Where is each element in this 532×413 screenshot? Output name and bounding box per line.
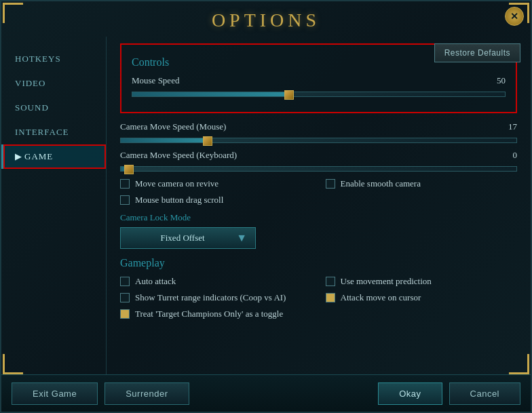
sidebar-label-video: VIDEO — [15, 78, 45, 88]
corner-decoration-bl — [3, 354, 23, 374]
enable-smooth-camera-item[interactable]: Enable smooth camera — [326, 178, 518, 189]
camera-keyboard-label: Camera Move Speed (Keyboard) — [120, 150, 491, 161]
exit-game-button[interactable]: Exit Game — [12, 382, 98, 405]
camera-mouse-slider[interactable] — [120, 138, 517, 143]
camera-lock-mode-label: Camera Lock Mode — [120, 212, 517, 223]
corner-decoration-tr — [509, 3, 529, 23]
camera-keyboard-value: 0 — [497, 150, 517, 161]
camera-keyboard-track — [120, 166, 517, 172]
move-camera-revive-item[interactable]: Move camera on revive — [120, 178, 312, 189]
mouse-speed-label: Mouse Speed — [132, 75, 480, 86]
sidebar-item-game[interactable]: ▶GAME — [1, 144, 106, 169]
auto-attack-item[interactable]: Auto attack — [120, 276, 312, 287]
sidebar-label-sound: SOUND — [15, 102, 49, 113]
camera-mouse-fill — [121, 138, 208, 142]
gameplay-checkbox-area: Auto attack Use movement prediction Show… — [120, 276, 517, 319]
gameplay-section-title: Gameplay — [120, 257, 517, 269]
surrender-button[interactable]: Surrender — [104, 382, 189, 405]
use-movement-prediction-checkbox[interactable] — [326, 277, 335, 286]
attack-move-cursor-checkbox[interactable] — [326, 293, 335, 302]
sidebar-item-interface[interactable]: INTERFACE — [1, 120, 106, 144]
sidebar-arrow-game: ▶ — [15, 151, 22, 161]
camera-keyboard-slider[interactable] — [120, 166, 517, 172]
mouse-speed-track — [132, 92, 506, 97]
mouse-speed-slider[interactable] — [132, 92, 506, 97]
camera-mouse-row: Camera Move Speed (Mouse) 17 — [120, 121, 517, 132]
okay-button[interactable]: Okay — [378, 382, 442, 405]
treat-target-champions-checkbox[interactable] — [120, 309, 130, 319]
auto-attack-label: Auto attack — [135, 276, 176, 287]
dialog-title: OPTIONS — [1, 9, 531, 31]
camera-keyboard-row: Camera Move Speed (Keyboard) 0 — [120, 150, 517, 161]
sidebar-item-sound[interactable]: SOUND — [1, 96, 106, 120]
camera-mouse-value: 17 — [497, 121, 517, 132]
camera-mouse-track — [120, 138, 517, 143]
enable-smooth-camera-label: Enable smooth camera — [341, 178, 421, 189]
sidebar-label-interface: INTERFACE — [15, 127, 69, 137]
treat-target-champions-label: Treat 'Target Champions Only' as a toggl… — [135, 309, 283, 319]
camera-lock-dropdown-value: Fixed Offset — [129, 233, 236, 243]
sidebar: HOTKEYS VIDEO SOUND INTERFACE ▶GAME — [1, 37, 107, 374]
mouse-drag-scroll-checkbox[interactable] — [120, 195, 130, 205]
show-turret-range-checkbox[interactable] — [120, 293, 130, 302]
mouse-speed-row: Mouse Speed 50 — [132, 75, 506, 86]
auto-attack-checkbox[interactable] — [120, 277, 130, 286]
move-camera-revive-label: Move camera on revive — [135, 178, 218, 189]
sidebar-label-hotkeys: HOTKEYS — [15, 54, 61, 64]
cancel-button[interactable]: Cancel — [449, 382, 520, 405]
attack-move-cursor-item[interactable]: Attack move on cursor — [326, 292, 518, 303]
dropdown-arrow-icon: ▼ — [236, 232, 247, 244]
sidebar-item-hotkeys[interactable]: HOTKEYS — [1, 47, 106, 71]
treat-target-champions-item[interactable]: Treat 'Target Champions Only' as a toggl… — [120, 309, 312, 319]
mouse-speed-thumb[interactable] — [284, 90, 294, 100]
options-dialog: ✕ OPTIONS HOTKEYS VIDEO SOUND INTERFACE … — [0, 0, 532, 413]
gameplay-section: Gameplay Auto attack Use movement predic… — [120, 257, 517, 319]
show-turret-range-label: Show Turret range indicators (Coop vs AI… — [135, 292, 286, 303]
use-movement-prediction-label: Use movement prediction — [341, 276, 432, 287]
mouse-drag-scroll-label: Mouse button drag scroll — [135, 195, 223, 205]
content-area: Restore Defaults Controls Mouse Speed 50 — [107, 37, 531, 374]
corner-decoration-br — [509, 354, 529, 374]
restore-defaults-button[interactable]: Restore Defaults — [434, 43, 520, 62]
camera-keyboard-thumb[interactable] — [124, 165, 134, 174]
show-turret-range-item[interactable]: Show Turret range indicators (Coop vs AI… — [120, 292, 312, 303]
title-bar: OPTIONS — [1, 1, 531, 37]
bottom-bar: Exit Game Surrender Okay Cancel — [1, 374, 531, 412]
camera-lock-dropdown[interactable]: Fixed Offset ▼ — [120, 227, 256, 249]
main-content: HOTKEYS VIDEO SOUND INTERFACE ▶GAME Rest… — [1, 37, 531, 374]
checkbox-area-1: Move camera on revive Enable smooth came… — [120, 178, 517, 205]
mouse-speed-value: 50 — [485, 75, 506, 86]
mouse-drag-scroll-item[interactable]: Mouse button drag scroll — [120, 195, 312, 205]
use-movement-prediction-item[interactable]: Use movement prediction — [326, 276, 518, 287]
mouse-speed-fill — [132, 92, 289, 96]
sidebar-label-game: GAME — [24, 151, 53, 161]
corner-decoration-tl — [3, 3, 23, 23]
camera-mouse-label: Camera Move Speed (Mouse) — [120, 121, 491, 132]
sidebar-item-video[interactable]: VIDEO — [1, 71, 106, 96]
attack-move-cursor-label: Attack move on cursor — [341, 292, 421, 303]
camera-mouse-thumb[interactable] — [203, 136, 212, 146]
enable-smooth-camera-checkbox[interactable] — [326, 179, 335, 189]
move-camera-revive-checkbox[interactable] — [120, 179, 130, 189]
